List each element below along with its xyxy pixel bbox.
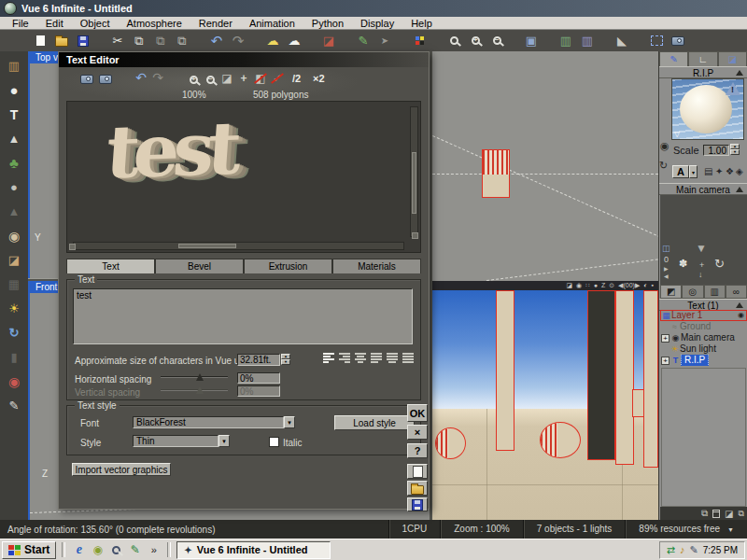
camera-panel-header[interactable]: Main camera xyxy=(659,183,747,195)
search-icon[interactable] xyxy=(108,542,124,558)
vue-task-button[interactable]: ✦ Vue 6 Infinite - Untitled xyxy=(176,541,331,559)
tab-extrusion[interactable]: Extrusion xyxy=(244,259,332,273)
align-center-icon[interactable] xyxy=(354,352,368,364)
metablob-icon[interactable]: ▦ xyxy=(7,276,22,292)
center-view-icon[interactable]: + xyxy=(236,71,251,86)
selected-object-header[interactable]: R.I.P xyxy=(659,66,747,78)
orbit-icon[interactable]: ↻ xyxy=(714,257,725,271)
load-text-button[interactable] xyxy=(407,481,428,496)
align-right-icon[interactable] xyxy=(338,352,352,364)
menu-help[interactable]: Help xyxy=(402,18,441,29)
menu-file[interactable]: File xyxy=(4,18,37,29)
style-dropdown-button[interactable] xyxy=(218,435,230,447)
scroll-corner-right[interactable] xyxy=(412,232,418,239)
help-button[interactable]: ? xyxy=(407,443,428,458)
tab-links[interactable]: ∞ xyxy=(726,285,747,299)
tab-aspect[interactable]: ✎ xyxy=(659,51,688,66)
editor-icon[interactable]: ✎ xyxy=(127,542,143,558)
tab-film[interactable]: ▥ xyxy=(704,285,726,299)
redo-icon[interactable]: ↷ xyxy=(230,33,247,49)
rgb-icon[interactable]: ∷ xyxy=(585,281,589,290)
zoom-plus-icon[interactable]: + xyxy=(699,260,704,270)
tab-zoom[interactable]: ◎ xyxy=(682,285,703,299)
camera-icon[interactable]: ◈ xyxy=(736,166,743,176)
new-scene-icon[interactable] xyxy=(32,33,49,49)
render-options-icon[interactable]: ◉ xyxy=(660,140,669,152)
zoom-icon[interactable]: ⊙ xyxy=(609,281,614,290)
tab-scene-objects[interactable]: ◩ xyxy=(660,285,682,299)
scale-input[interactable]: 1.00 xyxy=(703,145,729,156)
dot-cylinder-object-2[interactable] xyxy=(540,422,581,458)
tree-row-main-camera[interactable]: ◉ Main camera xyxy=(660,332,747,343)
terrain-icon[interactable]: ▲ xyxy=(7,131,22,147)
zbuffer-icon[interactable]: Z xyxy=(601,281,605,290)
redo-icon[interactable]: ↷ xyxy=(150,70,165,85)
clapperboard-icon[interactable]: ◣ xyxy=(613,33,630,49)
animation-setup-icon[interactable]: ▥ xyxy=(557,33,574,49)
wireframe-toggle-icon[interactable]: ◧ xyxy=(253,71,268,86)
tree-row-ground[interactable]: ≈ Ground xyxy=(660,321,747,332)
main-camera-viewport[interactable]: ◪ ◉ ∷ ● Z ⊙ ◀(00)▶ ◐ ▪ xyxy=(432,281,658,520)
camera-pitch-icon[interactable]: ▼ xyxy=(696,242,707,255)
pen-icon[interactable]: ✎ xyxy=(690,544,698,556)
font-dropdown-icon[interactable]: ▾ xyxy=(689,165,698,178)
hand-icon[interactable]: ❖ xyxy=(726,166,734,176)
material-preview[interactable]: ▽ xyxy=(671,78,744,140)
menu-display[interactable]: Display xyxy=(352,18,402,29)
expand-preview-icon[interactable]: ▽ xyxy=(674,130,680,138)
scale-spinner[interactable] xyxy=(730,144,740,155)
render-preview-options-icon[interactable] xyxy=(98,72,113,87)
preview-hscrollbar[interactable] xyxy=(73,242,404,250)
text-3d-preview[interactable]: test xyxy=(66,101,421,253)
camera-icon[interactable]: ◉ xyxy=(576,281,582,290)
font-dropdown[interactable]: BlackForest xyxy=(133,416,295,428)
text-input[interactable]: test xyxy=(73,288,413,344)
justify-right-icon[interactable] xyxy=(386,352,400,364)
load-object-icon[interactable]: ◪ xyxy=(7,252,22,268)
zoom-in-icon[interactable] xyxy=(186,72,201,87)
tab-objects[interactable]: ◪ xyxy=(718,51,747,66)
horizontal-spacing-slider[interactable] xyxy=(161,371,228,382)
next-frame-icon[interactable]: ▶ xyxy=(664,265,669,272)
dialog-title-bar[interactable]: Text Editor xyxy=(59,52,429,67)
pan-hand-icon[interactable]: ✽ xyxy=(679,258,687,270)
new-text-button[interactable] xyxy=(407,464,428,479)
font-dropdown-button[interactable] xyxy=(284,416,295,428)
volume-icon[interactable]: ♪ xyxy=(680,544,685,555)
open-scene-icon[interactable] xyxy=(53,33,70,49)
add-atmosphere-icon[interactable]: ☁ xyxy=(264,33,281,49)
bag-icon[interactable]: ▤ xyxy=(704,166,712,176)
ok-button[interactable]: OK xyxy=(407,404,428,422)
paste-icon[interactable]: ⧉ xyxy=(152,33,169,49)
menu-object[interactable]: Object xyxy=(72,18,119,29)
undo-icon[interactable]: ↶ xyxy=(208,33,225,49)
infinite-plane-icon[interactable]: ▲ xyxy=(7,203,22,219)
menu-edit[interactable]: Edit xyxy=(37,18,72,29)
media-icon[interactable]: ◉ xyxy=(90,542,106,558)
smooth-toggle-icon[interactable]: ✓ xyxy=(270,71,285,86)
tree-row-rip[interactable]: T R.I.P xyxy=(660,355,747,366)
half-polygons-button[interactable]: /2 xyxy=(292,73,301,84)
justify-full-icon[interactable] xyxy=(402,352,416,364)
resources-indicator[interactable]: 89% resources free▼ xyxy=(625,520,747,539)
vegetation-icon[interactable]: ♣ xyxy=(7,155,22,171)
tree-row-sun-light[interactable]: ☀ Sun light xyxy=(660,343,747,355)
tree-row-layer1[interactable]: ▦ Layer 1 ◉ xyxy=(660,310,747,321)
refresh-preview-icon[interactable]: ↻ xyxy=(659,160,668,172)
zoom-tool-icon[interactable] xyxy=(445,33,462,49)
size-input[interactable]: 32.81ft. xyxy=(237,354,280,366)
render-preview-icon[interactable] xyxy=(79,72,94,87)
planet-icon[interactable]: ◉ xyxy=(7,228,22,244)
letter-bowl-object[interactable] xyxy=(643,290,658,468)
tab-materials[interactable]: Materials xyxy=(332,259,421,273)
save-scene-icon[interactable] xyxy=(75,33,92,49)
letter-shadow-face-object[interactable] xyxy=(587,290,615,460)
network-icon[interactable]: ⇄ xyxy=(667,544,675,556)
copy-object-icon[interactable]: ⧉ xyxy=(701,508,708,519)
internet-icon[interactable]: e xyxy=(71,542,87,558)
collapse-icon[interactable] xyxy=(736,187,743,192)
animation-render-icon[interactable]: ▥ xyxy=(579,33,596,49)
load-style-button[interactable]: Load style xyxy=(334,415,415,430)
undo-icon[interactable]: ↶ xyxy=(134,70,148,85)
zoom-indicator[interactable]: Zoom : 100% xyxy=(440,520,522,539)
